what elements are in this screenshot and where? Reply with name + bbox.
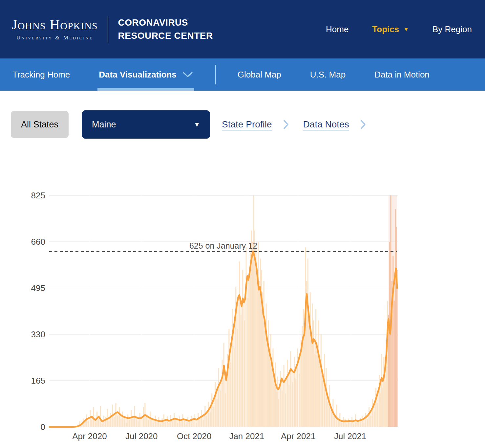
daily-bar xyxy=(198,413,199,427)
state-profile-label: State Profile xyxy=(222,119,272,130)
subnav-us-map-label: U.S. Map xyxy=(310,70,346,80)
daily-bar xyxy=(91,420,92,427)
daily-bar xyxy=(196,423,197,427)
daily-bar xyxy=(253,195,254,427)
daily-bar xyxy=(282,391,283,427)
all-states-button[interactable]: All States xyxy=(11,111,69,138)
chevron-right-icon xyxy=(360,110,367,139)
daily-bar xyxy=(153,423,154,427)
daily-bar xyxy=(319,360,320,427)
daily-bar xyxy=(119,407,120,427)
daily-bar xyxy=(250,253,251,427)
subnav-data-in-motion[interactable]: Data in Motion xyxy=(374,58,430,91)
x-tick-label: Apr 2020 xyxy=(72,431,107,441)
site-title-line1: CORONAVIRUS xyxy=(118,16,213,29)
daily-bar xyxy=(133,418,134,427)
nav-home[interactable]: Home xyxy=(326,24,348,34)
daily-bar xyxy=(241,315,242,427)
daily-bar xyxy=(303,309,304,427)
data-notes-link[interactable]: Data Notes xyxy=(303,110,349,139)
triangle-down-icon: ▼ xyxy=(194,121,200,128)
x-tick-label: Oct 2020 xyxy=(177,431,212,441)
subnav-divider xyxy=(215,65,216,84)
daily-bar xyxy=(120,419,121,427)
subnav-tracking-home-label: Tracking Home xyxy=(12,70,70,80)
daily-bar xyxy=(223,343,224,427)
daily-bar xyxy=(180,421,181,427)
daily-bar xyxy=(186,424,187,427)
subnav-data-visualizations[interactable]: Data Visualizations xyxy=(98,58,194,91)
logo-line2: University & Medicine xyxy=(12,34,98,41)
daily-bar xyxy=(292,382,293,427)
daily-bar xyxy=(158,417,159,427)
daily-bar xyxy=(102,424,103,427)
johns-hopkins-logo[interactable]: Johns Hopkins University & Medicine xyxy=(12,17,98,41)
daily-bar xyxy=(114,417,115,427)
nav-by-region[interactable]: By Region xyxy=(432,24,472,34)
daily-bar xyxy=(213,407,214,427)
daily-bar xyxy=(258,242,259,427)
subnav-us-map[interactable]: U.S. Map xyxy=(310,58,346,91)
daily-bar xyxy=(193,420,194,427)
subnav-global-map[interactable]: Global Map xyxy=(238,58,281,91)
daily-bar xyxy=(268,320,269,427)
daily-bar xyxy=(341,423,342,427)
daily-bar xyxy=(299,374,300,427)
daily-bar xyxy=(217,399,218,427)
daily-bar xyxy=(259,281,260,427)
daily-bar xyxy=(244,320,245,427)
daily-bar xyxy=(257,270,258,427)
daily-bar xyxy=(284,365,285,427)
daily-bar xyxy=(305,247,306,427)
daily-bar xyxy=(215,382,216,427)
y-tick-label: 660 xyxy=(31,237,45,247)
daily-bar xyxy=(363,423,364,427)
daily-bar xyxy=(327,402,328,427)
daily-bar xyxy=(248,276,249,427)
site-title[interactable]: CORONAVIRUS RESOURCE CENTER xyxy=(118,16,213,42)
y-tick-label: 165 xyxy=(31,376,45,386)
state-select[interactable]: Maine ▼ xyxy=(82,110,210,139)
daily-bar xyxy=(365,413,366,427)
daily-bar xyxy=(295,379,296,427)
daily-bar xyxy=(182,414,183,427)
y-tick-label: 495 xyxy=(31,283,45,293)
daily-bar xyxy=(189,422,190,427)
nav-topics[interactable]: Topics ▼ xyxy=(372,24,409,34)
daily-bar xyxy=(124,417,125,427)
daily-bar xyxy=(137,421,138,427)
daily-bar xyxy=(98,418,99,427)
daily-bar xyxy=(177,423,178,427)
daily-bar xyxy=(218,368,219,427)
daily-bar xyxy=(239,261,240,427)
daily-bar xyxy=(272,348,273,427)
daily-bar xyxy=(277,376,278,427)
daily-bar xyxy=(167,416,168,427)
chevron-down-icon xyxy=(182,71,193,78)
daily-bar xyxy=(377,403,378,427)
daily-bar xyxy=(148,420,149,427)
subnav-global-map-label: Global Map xyxy=(238,70,281,80)
cases-trend-chart: 0165330495660825Apr 2020Jul 2020Oct 2020… xyxy=(0,179,485,448)
daily-bar xyxy=(315,309,316,427)
y-tick-label: 330 xyxy=(31,329,45,339)
daily-bar xyxy=(228,329,229,427)
x-tick-label: Jul 2021 xyxy=(334,431,366,441)
daily-bar xyxy=(230,363,231,427)
avg-area-fill xyxy=(50,252,397,427)
daily-bar xyxy=(247,298,248,427)
x-tick-label: Jan 2021 xyxy=(229,431,264,441)
top-nav: Home Topics ▼ By Region xyxy=(326,24,472,34)
nav-topics-label: Topics xyxy=(372,24,399,34)
data-notes-label: Data Notes xyxy=(303,119,349,130)
daily-bar xyxy=(203,420,204,427)
daily-bar xyxy=(372,399,373,427)
all-states-label: All States xyxy=(21,120,58,130)
daily-bar xyxy=(157,421,158,427)
subnav-tracking-home[interactable]: Tracking Home xyxy=(12,58,70,91)
daily-bar xyxy=(287,360,288,427)
daily-bar xyxy=(304,332,305,427)
daily-bar xyxy=(381,354,382,427)
daily-bar xyxy=(314,354,315,427)
state-profile-link[interactable]: State Profile xyxy=(222,110,272,139)
